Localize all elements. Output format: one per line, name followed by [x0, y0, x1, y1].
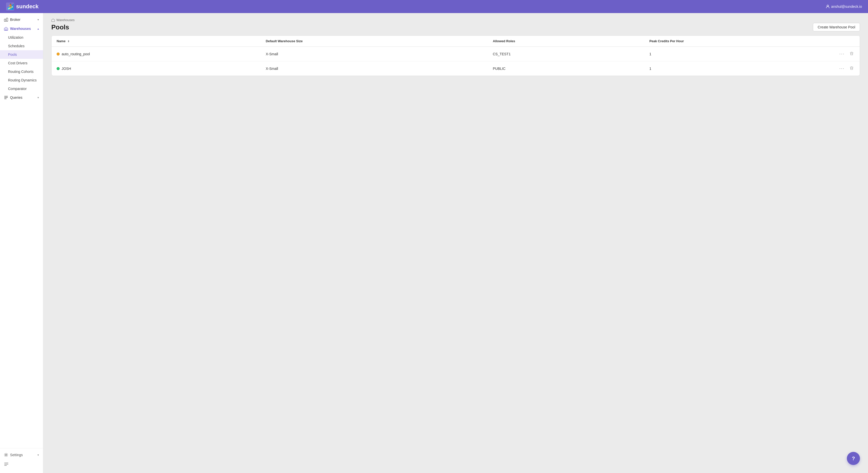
- broker-chevron: ▾: [37, 18, 39, 21]
- page-title-row: Pools Create Warehouse Pool: [51, 23, 860, 31]
- cell-credits-josh: 1 ···: [644, 61, 860, 76]
- warehouses-chevron: ▴: [37, 27, 39, 30]
- svg-rect-16: [852, 68, 852, 69]
- col-allowed-roles: Allowed Roles: [488, 36, 644, 47]
- svg-rect-12: [4, 465, 7, 466]
- warehouses-icon: [4, 27, 8, 31]
- delete-button-josh[interactable]: [849, 65, 855, 72]
- sort-icon-name: ⬍: [67, 40, 69, 43]
- svg-point-9: [5, 454, 7, 455]
- status-indicator-josh: [57, 67, 60, 70]
- queries-label: Queries: [10, 96, 22, 100]
- svg-rect-4: [6, 18, 8, 21]
- broker-label: Broker: [10, 18, 20, 22]
- sidebar-item-queries[interactable]: Queries ▾: [0, 93, 43, 102]
- svg-rect-14: [852, 53, 852, 55]
- sidebar-item-comparator[interactable]: Comparator: [0, 85, 43, 93]
- sidebar-item-cost-drivers[interactable]: Cost Drivers: [0, 59, 43, 67]
- svg-rect-11: [4, 464, 8, 465]
- sidebar-item-warehouses[interactable]: Warehouses ▴: [0, 24, 43, 33]
- svg-rect-5: [5, 29, 7, 30]
- delete-button-auto_routing_pool[interactable]: [849, 50, 855, 58]
- page-header: Warehouses Pools Create Warehouse Pool: [43, 13, 868, 35]
- cell-size-josh: X-Small: [261, 61, 488, 76]
- settings-icon: [4, 453, 8, 457]
- queries-chevron: ▾: [37, 96, 39, 99]
- more-options-button-josh[interactable]: ···: [838, 65, 846, 72]
- sidebar-item-schedules[interactable]: Schedules: [0, 42, 43, 50]
- breadcrumb-icon: [51, 18, 55, 22]
- sidebar-item-pools[interactable]: Pools: [0, 50, 43, 59]
- logo[interactable]: 🏄 sundeck: [6, 2, 38, 10]
- svg-rect-7: [4, 97, 8, 98]
- page-title: Pools: [51, 23, 69, 31]
- sidebar-item-routing-dynamics[interactable]: Routing Dynamics: [0, 76, 43, 85]
- table-body: auto_routing_pool X-Small CS_TEST1 1 ···: [52, 47, 860, 76]
- svg-rect-10: [4, 463, 8, 463]
- warehouses-label: Warehouses: [10, 27, 31, 31]
- svg-rect-8: [4, 99, 6, 99]
- logo-icon: 🏄: [6, 2, 14, 10]
- svg-text:🏄: 🏄: [7, 3, 14, 10]
- sidebar-list-icon[interactable]: [0, 460, 43, 469]
- cell-roles-auto_routing_pool: CS_TEST1: [488, 47, 644, 61]
- user-icon: [826, 4, 830, 8]
- trash-icon: [849, 66, 854, 70]
- cell-credits-auto_routing_pool: 1 ···: [644, 47, 860, 61]
- svg-rect-3: [4, 19, 6, 21]
- sidebar-item-routing-cohorts[interactable]: Routing Cohorts: [0, 67, 43, 76]
- trash-icon: [849, 52, 854, 56]
- sidebar: Broker ▾ Warehouses ▴ Utilization: [0, 13, 43, 473]
- sidebar-item-broker[interactable]: Broker ▾: [0, 15, 43, 24]
- list-icon: [4, 462, 8, 467]
- sidebar-item-settings[interactable]: Settings ▾: [0, 450, 43, 460]
- svg-point-2: [827, 5, 829, 6]
- create-warehouse-pool-button[interactable]: Create Warehouse Pool: [813, 23, 860, 31]
- svg-rect-13: [851, 53, 851, 55]
- pools-table-container: Name ⬍ Default Warehouse Size Allowed Ro…: [51, 35, 860, 76]
- settings-chevron: ▾: [37, 453, 39, 457]
- svg-rect-6: [4, 96, 8, 97]
- table-row: JOSH X-Small PUBLIC 1 ···: [52, 61, 860, 76]
- cell-name-auto_routing_pool: auto_routing_pool: [52, 47, 261, 61]
- cell-size-auto_routing_pool: X-Small: [261, 47, 488, 61]
- user-menu[interactable]: anshul@sundeck.io: [826, 4, 862, 8]
- logo-text: sundeck: [16, 3, 38, 10]
- broker-icon: [4, 18, 8, 22]
- table-row: auto_routing_pool X-Small CS_TEST1 1 ···: [52, 47, 860, 61]
- breadcrumb: Warehouses: [51, 18, 860, 22]
- status-indicator-auto_routing_pool: [57, 53, 60, 56]
- help-fab[interactable]: ?: [847, 452, 860, 465]
- main-content: Warehouses Pools Create Warehouse Pool N…: [43, 13, 868, 473]
- svg-rect-15: [851, 68, 851, 69]
- fab-label: ?: [852, 455, 855, 462]
- pool-name-auto_routing_pool[interactable]: auto_routing_pool: [62, 52, 90, 56]
- col-peak-credits: Peak Credits Per Hour: [644, 36, 860, 47]
- table-header-row: Name ⬍ Default Warehouse Size Allowed Ro…: [52, 36, 860, 47]
- pool-name-josh[interactable]: JOSH: [62, 67, 71, 71]
- settings-label: Settings: [10, 453, 23, 457]
- sidebar-item-utilization[interactable]: Utilization: [0, 33, 43, 42]
- col-warehouse-size: Default Warehouse Size: [261, 36, 488, 47]
- breadcrumb-text: Warehouses: [56, 18, 75, 22]
- pools-table: Name ⬍ Default Warehouse Size Allowed Ro…: [52, 36, 860, 76]
- top-navigation: 🏄 sundeck anshul@sundeck.io: [0, 0, 868, 13]
- cell-name-josh: JOSH: [52, 61, 261, 76]
- cell-roles-josh: PUBLIC: [488, 61, 644, 76]
- queries-icon: [4, 96, 8, 100]
- user-email: anshul@sundeck.io: [831, 4, 862, 8]
- col-name[interactable]: Name ⬍: [52, 36, 261, 47]
- more-options-button-auto_routing_pool[interactable]: ···: [838, 50, 846, 58]
